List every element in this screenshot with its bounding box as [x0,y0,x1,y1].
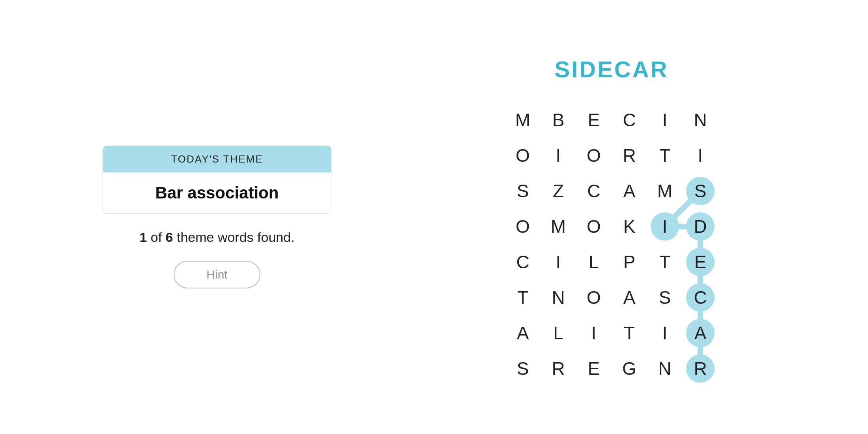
grid-cell[interactable]: O [576,280,612,315]
puzzle-title: SIDECAR [554,56,668,82]
cell-letter: E [686,248,715,276]
progress-text: 1 of 6 theme words found. [139,230,294,245]
cell-letter: M [509,106,537,134]
cell-letter: L [580,248,608,276]
cell-letter: C [686,283,715,312]
cell-letter: O [580,212,608,241]
cell-letter: S [509,177,537,205]
cell-letter: C [509,248,537,276]
cell-letter: O [509,141,537,170]
grid-cell[interactable]: N [683,102,718,138]
cell-letter: N [686,106,715,134]
grid-cell[interactable]: I [576,315,612,351]
right-panel: SIDECAR [395,48,829,386]
grid-cell[interactable]: T [505,280,541,315]
cell-letter: O [580,141,608,170]
grid-cell[interactable]: K [612,209,647,244]
hint-button[interactable]: Hint [174,261,260,288]
progress-of: of [151,230,166,245]
progress-suffix: theme words found. [177,230,295,245]
cell-letter: S [651,283,679,312]
grid-cell[interactable]: Z [541,173,576,209]
cell-letter: B [544,106,572,134]
grid-cell[interactable]: A [612,173,647,209]
grid-cell[interactable]: S [683,173,718,209]
grid-cell[interactable]: R [683,351,718,386]
grid-cell[interactable]: I [647,209,683,244]
grid-cell[interactable]: I [683,138,718,173]
grid-cell[interactable]: M [541,209,576,244]
grid-cell[interactable]: E [683,244,718,280]
cell-letter: A [615,283,644,312]
grid-cell[interactable]: E [576,351,612,386]
theme-card: TODAY'S THEME Bar association [103,146,331,214]
grid-cell[interactable]: N [647,351,683,386]
grid-cell[interactable]: B [541,102,576,138]
cell-letter: G [615,354,644,383]
cell-letter: R [615,141,644,170]
grid-cell[interactable]: L [576,244,612,280]
cell-letter: O [580,283,608,312]
grid-cell[interactable]: I [647,102,683,138]
grid-cell[interactable]: L [541,315,576,351]
cell-letter: E [580,106,608,134]
cell-letter: S [509,354,537,383]
cell-letter: R [544,354,572,383]
cell-letter: I [651,106,679,134]
cell-letter: I [651,319,679,347]
cell-letter: R [686,354,715,383]
grid-cell[interactable]: R [612,138,647,173]
grid-cell[interactable]: G [612,351,647,386]
cell-letter: C [615,106,644,134]
cell-letter: T [509,283,537,312]
cell-letter: Z [544,177,572,205]
cell-letter: K [615,212,644,241]
grid-cell[interactable]: I [647,315,683,351]
total-count: 6 [166,230,173,245]
cell-letter: P [615,248,644,276]
grid-cell[interactable]: S [505,351,541,386]
grid-cell[interactable]: S [647,280,683,315]
grid-cell[interactable]: C [505,244,541,280]
cell-letter: M [651,177,679,205]
grid-cell[interactable]: S [505,173,541,209]
letter-grid: MBECINOIORTISZCAMSOMOKIDCILPTETNOASCALIT… [505,102,718,386]
cell-letter: A [509,319,537,347]
cell-letter: L [544,319,572,347]
cell-letter: M [544,212,572,241]
grid-cell[interactable]: A [612,280,647,315]
cell-letter: I [544,141,572,170]
found-count: 1 [139,230,147,245]
grid-cell[interactable]: A [505,315,541,351]
cell-letter: T [651,141,679,170]
main-container: TODAY'S THEME Bar association 1 of 6 the… [0,0,868,434]
cell-letter: I [686,141,715,170]
grid-cell[interactable]: D [683,209,718,244]
grid-cell[interactable]: E [576,102,612,138]
left-panel: TODAY'S THEME Bar association 1 of 6 the… [39,146,395,288]
grid-cell[interactable]: O [505,138,541,173]
grid-cell[interactable]: C [576,173,612,209]
grid-cell[interactable]: O [576,138,612,173]
cell-letter: N [651,354,679,383]
grid-cell[interactable]: C [612,102,647,138]
grid-cell[interactable]: T [647,244,683,280]
grid-cell[interactable]: N [541,280,576,315]
grid-cell[interactable]: M [647,173,683,209]
grid-cell[interactable]: C [683,280,718,315]
grid-cell[interactable]: I [541,244,576,280]
grid-cell[interactable]: T [647,138,683,173]
grid-cell[interactable]: A [683,315,718,351]
cell-letter: E [580,354,608,383]
grid-cell[interactable]: P [612,244,647,280]
grid-cell[interactable]: O [576,209,612,244]
theme-header: TODAY'S THEME [103,146,331,172]
grid-cell[interactable]: O [505,209,541,244]
theme-word: Bar association [103,172,331,213]
grid-cell[interactable]: I [541,138,576,173]
cell-letter: A [686,319,715,347]
grid-cell[interactable]: M [505,102,541,138]
grid-cell[interactable]: R [541,351,576,386]
grid-cell[interactable]: T [612,315,647,351]
cell-letter: S [686,177,715,205]
